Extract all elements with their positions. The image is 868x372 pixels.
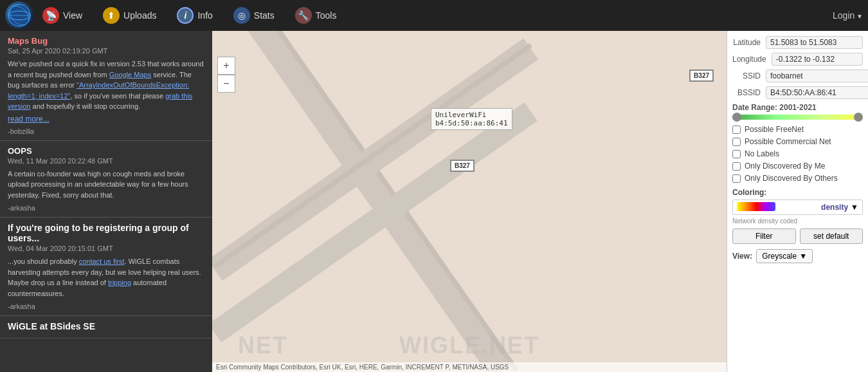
news-author-2: -arkasha (8, 204, 204, 212)
news-date-1: Sat, 25 Apr 2020 02:19:20 GMT (8, 47, 204, 55)
contact-link[interactable]: contact us first (79, 257, 125, 265)
zoom-in-button[interactable]: + (217, 57, 235, 75)
news-body-3: ...you should probably contact us first.… (8, 256, 204, 299)
news-date-3: Wed, 04 Mar 2020 20:15:01 GMT (8, 245, 204, 252)
news-author-1: -bobzilla (8, 127, 204, 135)
login-button[interactable]: Login (833, 10, 863, 21)
longitude-label: Longitude (732, 55, 769, 64)
tools-icon: 🔧 (295, 7, 312, 24)
filter-button[interactable]: Filter (732, 228, 796, 244)
checkbox-discoveredothers-input[interactable] (732, 174, 741, 183)
network-name: UnileverWiFi (435, 111, 508, 119)
checkbox-nolabels-input[interactable] (732, 150, 741, 158)
bssid-input[interactable] (766, 86, 868, 99)
news-author-3: -arkasha (8, 302, 204, 310)
nav-view[interactable]: 📡 View (33, 3, 91, 28)
error-link[interactable]: "ArrayIndexOutOfBoundsException: length=… (8, 81, 189, 100)
google-maps-link[interactable]: Google Maps (109, 71, 151, 79)
range-thumb-right[interactable] (854, 113, 863, 122)
checkbox-discoveredme-input[interactable] (732, 162, 741, 171)
set-default-button[interactable]: set default (800, 228, 863, 244)
info-icon: i (177, 7, 194, 24)
nav-info[interactable]: i Info (168, 3, 221, 28)
checkbox-discoveredothers-label: Only Discovered By Others (745, 174, 838, 183)
map-area[interactable]: UnileverWiFi b4:5d:50:aa:86:41 B327 B327… (212, 31, 727, 372)
checkbox-discoveredothers: Only Discovered By Others (732, 174, 863, 183)
nav-stats-label: Stats (254, 10, 275, 21)
news-title-2: OOPS (8, 146, 204, 156)
coloring-gradient (737, 202, 775, 211)
nav-stats[interactable]: ◎ Stats (224, 3, 284, 28)
nav-tools[interactable]: 🔧 Tools (286, 3, 346, 28)
network-label: UnileverWiFi b4:5d:50:aa:86:41 (431, 108, 512, 130)
news-body-1: We've pushed out a quick fix in version … (8, 59, 204, 112)
bssid-row: BSSID (732, 86, 863, 99)
view-row: View: Greyscale ▼ (732, 249, 863, 263)
map-zoom: + − (217, 57, 235, 93)
coloring-sublabel: Network density coded (732, 218, 863, 225)
nav-tools-label: Tools (316, 10, 337, 21)
checkbox-discoveredme: Only Discovered By Me (732, 162, 863, 171)
network-mac: b4:5d:50:aa:86:41 (435, 119, 508, 127)
ssid-row: SSID (732, 70, 863, 82)
nav-info-label: Info (197, 10, 212, 21)
view-icon: 📡 (42, 7, 59, 24)
nav-items: 📡 View ⬆ Uploads i Info ◎ Stats 🔧 Tools (33, 3, 833, 28)
btn-row: Filter set default (732, 228, 863, 244)
latitude-label: Latitude (732, 38, 763, 47)
nav-view-label: View (63, 10, 82, 21)
coloring-label: Coloring: (732, 188, 863, 197)
logo-button[interactable] (5, 1, 33, 30)
nav-uploads[interactable]: ⬆ Uploads (94, 3, 165, 28)
range-slider-wrap (732, 115, 863, 120)
longitude-row: Longitude -0.1322 to -0.132 (732, 53, 863, 66)
range-slider[interactable] (732, 115, 863, 120)
road-sign-2: B327 (450, 160, 475, 172)
view-dropdown-icon: ▼ (799, 252, 807, 261)
checkbox-freenet: Possible FreeNet (732, 125, 863, 134)
stats-icon: ◎ (233, 7, 250, 24)
view-label: View: (732, 252, 752, 261)
news-item-4: WiGLE at BSides SE (0, 316, 212, 339)
news-body-2: A certain co-founder was high on cough m… (8, 169, 204, 201)
checkbox-nolabels-label: No Labels (745, 149, 779, 158)
checkbox-freenet-input[interactable] (732, 126, 741, 134)
date-range-label: Date Range: 2001-2021 (732, 103, 863, 112)
news-item-3: If you're going to be registering a grou… (0, 218, 212, 316)
news-title-4: WiGLE at BSides SE (8, 321, 204, 331)
view-select[interactable]: Greyscale ▼ (756, 249, 813, 263)
ssid-label: SSID (732, 71, 763, 80)
checkbox-commercial-label: Possible Commercial Net (745, 137, 831, 146)
road-sign-1: B327 (689, 70, 714, 82)
checkbox-commercial-input[interactable] (732, 138, 741, 146)
map-attribution: Esri Community Maps Contributors, Esri U… (212, 362, 727, 372)
zoom-out-button[interactable]: − (217, 75, 235, 93)
news-item-2: OOPS Wed, 11 Mar 2020 20:22:48 GMT A cer… (0, 141, 212, 218)
news-title-3: If you're going to be registering a grou… (8, 223, 204, 243)
news-title-1: Maps Bug (8, 36, 204, 46)
topnav: 📡 View ⬆ Uploads i Info ◎ Stats 🔧 Tools … (0, 0, 868, 31)
longitude-value: -0.1322 to -0.132 (772, 53, 863, 66)
ssid-input[interactable] (766, 70, 868, 82)
latitude-row: Latitude 51.5083 to 51.5083 (732, 36, 863, 49)
range-thumb-left[interactable] (732, 113, 741, 122)
bssid-label: BSSID (732, 88, 763, 97)
news-item-1: Maps Bug Sat, 25 Apr 2020 02:19:20 GMT W… (0, 31, 212, 141)
sidebar: Maps Bug Sat, 25 Apr 2020 02:19:20 GMT W… (0, 31, 212, 372)
coloring-value: density (775, 203, 851, 212)
tripping-link[interactable]: tripping (108, 279, 131, 286)
latitude-value: 51.5083 to 51.5083 (766, 36, 863, 49)
bug-prefix: Maps Bug (8, 36, 48, 46)
news-date-2: Wed, 11 Mar 2020 20:22:48 GMT (8, 157, 204, 165)
checkbox-nolabels: No Labels (732, 149, 863, 158)
uploads-icon: ⬆ (103, 7, 120, 24)
checkbox-freenet-label: Possible FreeNet (745, 125, 804, 134)
coloring-select[interactable]: density ▼ (732, 200, 863, 215)
checkbox-commercial: Possible Commercial Net (732, 137, 863, 146)
view-value: Greyscale (762, 252, 797, 261)
read-more-link[interactable]: read more... (8, 115, 50, 124)
right-panel: Latitude 51.5083 to 51.5083 Longitude -0… (727, 31, 868, 372)
coloring-dropdown-icon: ▼ (851, 203, 858, 212)
main-layout: Maps Bug Sat, 25 Apr 2020 02:19:20 GMT W… (0, 31, 868, 372)
checkbox-discoveredme-label: Only Discovered By Me (745, 162, 825, 171)
